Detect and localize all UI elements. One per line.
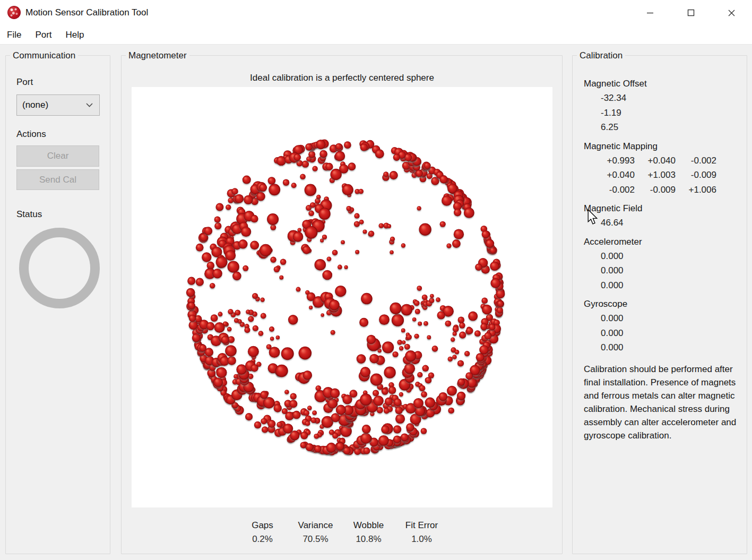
magnetometer-stats: Gaps0.2%Variance70.5%Wobble10.8%Fit Erro… [132, 519, 552, 546]
cal-value-row: 6.25 [584, 120, 739, 135]
menubar: FilePortHelp [0, 25, 752, 45]
stat-value: 10.8% [344, 532, 393, 546]
cal-matrix-cell: +0.040 [642, 153, 676, 168]
calibration-note: Calibration should be performed after fi… [584, 363, 739, 442]
cal-section-label: Magnetic Field [584, 202, 739, 216]
stat-label: Gaps [238, 519, 287, 532]
stat-value: 1.0% [397, 532, 446, 546]
minimize-icon [646, 9, 654, 16]
communication-panel-title: Communication [10, 50, 78, 61]
cal-matrix-cell: -0.002 [682, 153, 716, 168]
cal-matrix-cell: +1.003 [642, 168, 676, 183]
cal-section-label: Gyroscope [584, 297, 739, 311]
cal-value-row: +0.040+1.003-0.009 [584, 168, 739, 183]
cal-value-row: 0.000 [584, 311, 739, 326]
maximize-button[interactable] [670, 0, 711, 25]
cal-section-label: Accelerometer [584, 235, 739, 249]
port-label: Port [16, 77, 33, 88]
cal-matrix-cell: -0.009 [682, 168, 716, 183]
cal-matrix-cell: +1.006 [682, 183, 716, 197]
stat-value: 70.5% [291, 532, 340, 546]
clear-button[interactable]: Clear [16, 145, 99, 167]
cal-value-row: 0.000 [584, 278, 739, 293]
stat-fit-error: Fit Error1.0% [397, 519, 446, 546]
stat-label: Wobble [344, 519, 393, 532]
status-label: Status [16, 209, 42, 220]
port-select-value: (none) [22, 100, 48, 110]
cal-value-row: 46.64 [584, 216, 739, 230]
magnetometer-panel: Magnetometer Ideal calibration is a perf… [121, 55, 563, 554]
menu-item-help[interactable]: Help [59, 25, 91, 44]
magnetometer-3d-view[interactable] [132, 87, 552, 507]
cal-value-row: 0.000 [584, 249, 739, 264]
send-cal-button[interactable]: Send Cal [16, 169, 99, 190]
cal-matrix-cell: +0.993 [601, 153, 635, 168]
stat-wobble: Wobble10.8% [344, 519, 393, 546]
cal-matrix-cell: +0.040 [601, 168, 635, 183]
cal-value-row: -1.19 [584, 106, 739, 120]
magnetometer-panel-title: Magnetometer [126, 50, 189, 61]
maximize-icon [687, 9, 695, 16]
menu-item-port[interactable]: Port [28, 25, 58, 44]
cal-value-row: -0.002-0.009+1.006 [584, 183, 739, 197]
stat-value: 0.2% [238, 532, 287, 546]
magnetometer-caption: Ideal calibration is a perfectly centere… [132, 73, 552, 83]
status-ring-indicator [19, 228, 100, 308]
stat-variance: Variance70.5% [291, 519, 340, 546]
cal-value-row: -32.34 [584, 91, 739, 106]
close-button[interactable] [711, 0, 752, 25]
window-controls [629, 0, 752, 25]
actions-label: Actions [16, 129, 46, 140]
cal-value-row: 0.000 [584, 326, 739, 341]
stat-label: Fit Error [397, 519, 446, 532]
calibration-panel-title: Calibration [577, 50, 625, 61]
window-title: Motion Sensor Calibration Tool [25, 7, 148, 18]
cal-value-row: +0.993+0.040-0.002 [584, 153, 739, 168]
stat-label: Variance [291, 519, 340, 532]
cal-section-label: Magnetic Mapping [584, 140, 739, 153]
app-logo-icon [7, 6, 21, 19]
cal-value-row: 0.000 [584, 263, 739, 278]
cal-matrix-cell: -0.002 [601, 183, 635, 197]
cal-section-label: Magnetic Offset [584, 77, 739, 91]
cal-matrix-cell: -0.009 [642, 183, 676, 197]
titlebar[interactable]: Motion Sensor Calibration Tool [0, 0, 752, 25]
communication-panel: Communication Port (none) Actions Clear … [5, 55, 110, 554]
calibration-panel: Calibration Magnetic Offset-32.34-1.196.… [572, 55, 747, 554]
cal-value-row: 0.000 [584, 340, 739, 355]
calibration-values: Magnetic Offset-32.34-1.196.25Magnetic M… [584, 77, 739, 442]
chevron-down-icon [86, 103, 93, 107]
app-window: Motion Sensor Calibration Tool FilePortH… [0, 0, 752, 560]
port-select[interactable]: (none) [16, 94, 100, 116]
close-icon [728, 9, 736, 17]
minimize-button[interactable] [629, 0, 670, 25]
menu-item-file[interactable]: File [0, 25, 28, 44]
stat-gaps: Gaps0.2% [238, 519, 287, 546]
